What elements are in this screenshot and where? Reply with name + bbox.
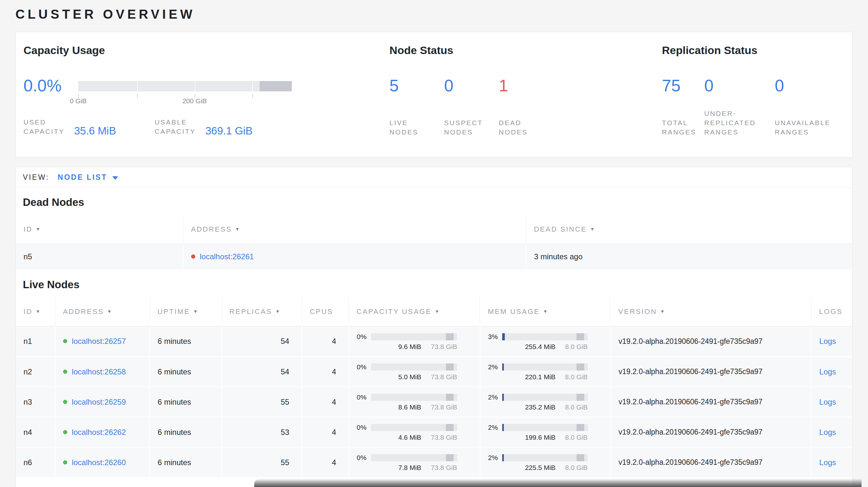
node-address-link[interactable]: localhost:26261	[200, 252, 254, 261]
column-header-capacity[interactable]: CAPACITY USAGE▼	[349, 297, 480, 326]
reserved-segment	[446, 394, 454, 401]
sort-descending-icon: ▼	[590, 226, 595, 232]
node-logs-cell: Logs	[811, 387, 852, 417]
column-header-id[interactable]: ID▼	[16, 297, 55, 326]
memory-used-segment	[502, 394, 504, 401]
node-logs-cell: Logs	[811, 357, 852, 387]
dead-nodes-label: DEAD NODES	[499, 118, 554, 137]
node-uptime-cell: 6 minutes	[150, 357, 222, 387]
node-address-link[interactable]: localhost:26258	[72, 367, 126, 376]
capacity-axis-label-zero: 0 GiB	[70, 97, 87, 105]
live-status-dot	[63, 369, 67, 374]
node-replicas-cell: 55	[222, 448, 302, 478]
memory-usage-bar	[502, 363, 588, 370]
logs-link[interactable]: Logs	[819, 458, 836, 467]
node-status-section: Node Status 5 LIVE NODES 0 SUSPECT NODES…	[390, 44, 662, 137]
dead-nodes-header-row: ID▼ADDRESS▼DEAD SINCE▼	[16, 215, 852, 244]
capacity-usage-bar	[371, 363, 457, 370]
live-node-row: n6localhost:262606 minutes5540%7.8 MiB73…	[16, 448, 852, 478]
column-header-address[interactable]: ADDRESS▼	[55, 297, 150, 326]
replication-stats: 75 TOTAL RANGES 0 UNDER- REPLICATED RANG…	[662, 77, 837, 137]
capacity-usage-gauge: 0.0% 0 GiB 200 GiB	[24, 77, 390, 94]
logs-link[interactable]: Logs	[819, 337, 836, 346]
capacity-used-value: 5.0 MiB	[398, 374, 421, 380]
live-status-dot	[63, 339, 67, 343]
node-address-link[interactable]: localhost:26262	[72, 428, 126, 436]
column-header-label: REPLICAS	[229, 307, 272, 316]
logs-link[interactable]: Logs	[819, 397, 836, 406]
column-header-address[interactable]: ADDRESS▼	[183, 215, 526, 244]
node-logs-cell: Logs	[811, 448, 852, 478]
column-header-label: VERSION	[618, 307, 657, 316]
used-capacity-stat: USED CAPACITY 35.6 MiB	[24, 118, 116, 136]
sort-descending-icon: ▼	[235, 226, 241, 232]
column-header-version[interactable]: VERSION▼	[611, 297, 811, 326]
window-bottom-shadow	[254, 479, 862, 487]
node-cpus-cell: 4	[302, 387, 349, 417]
memory-usage-bar	[502, 333, 588, 340]
memory-usage-percent: 2%	[488, 424, 502, 431]
memory-used-segment	[502, 363, 504, 370]
memory-total-value: 8.0 GiB	[565, 434, 588, 441]
memory-used-segment	[502, 454, 504, 461]
node-address-cell: localhost:26261	[183, 244, 526, 270]
node-version-cell: v19.2.0-alpha.20190606-2491-gfe735c9a97	[611, 448, 811, 478]
node-logs-cell: Logs	[811, 417, 852, 448]
capacity-bar-notch	[137, 81, 138, 91]
reserved-segment	[577, 363, 584, 370]
column-header-label: ADDRESS	[191, 225, 232, 233]
capacity-usage-bar	[371, 333, 457, 340]
column-header-label: UPTIME	[157, 307, 190, 316]
sort-descending-icon: ▼	[543, 309, 549, 314]
view-label: VIEW:	[23, 173, 49, 182]
capacity-usage-percent: 0%	[357, 363, 371, 371]
live-nodes-table: ID▼ADDRESS▼UPTIME▼REPLICAS▼CPUSCAPACITY …	[16, 297, 852, 478]
column-header-mem[interactable]: MEM USAGE▼	[480, 297, 611, 326]
node-version-cell: v19.2.0-alpha.20190606-2491-gfe735c9a97	[611, 326, 811, 357]
column-header-id[interactable]: ID▼	[16, 215, 183, 244]
capacity-usage-section: Capacity Usage 0.0% 0 GiB 200 GiB	[24, 44, 390, 137]
column-header-cpus: CPUS	[302, 297, 349, 326]
dead-status-dot	[191, 254, 195, 259]
column-header-label: ID	[24, 225, 32, 233]
unavailable-ranges-count: 0	[775, 77, 837, 94]
replication-status-section: Replication Status 75 TOTAL RANGES 0 UND…	[662, 44, 837, 137]
node-id-cell: n3	[16, 387, 55, 417]
live-nodes-header-row: ID▼ADDRESS▼UPTIME▼REPLICAS▼CPUSCAPACITY …	[16, 297, 852, 326]
view-selector-dropdown[interactable]: NODE LIST	[58, 173, 118, 182]
chevron-down-icon	[112, 176, 118, 180]
suspect-nodes-count: 0	[444, 77, 499, 94]
reserved-segment	[577, 454, 584, 461]
node-address-link[interactable]: localhost:26259	[72, 397, 126, 406]
node-address-link[interactable]: localhost:26257	[72, 337, 126, 346]
node-replicas-cell: 54	[222, 326, 302, 357]
column-header-replicas[interactable]: REPLICAS▼	[222, 297, 302, 326]
logs-link[interactable]: Logs	[819, 428, 836, 436]
memory-usage-percent: 2%	[488, 454, 502, 462]
column-header-uptime[interactable]: UPTIME▼	[150, 297, 222, 326]
node-replicas-cell: 54	[222, 357, 302, 387]
column-header-logs: LOGS	[811, 297, 852, 326]
capacity-used-value: 4.6 MiB	[398, 434, 421, 441]
memory-usage-percent: 3%	[488, 333, 502, 340]
usable-capacity-stat: USABLE CAPACITY 369.1 GiB	[155, 118, 253, 136]
node-address-cell: localhost:26260	[55, 448, 150, 478]
memory-used-value: 199.6 MiB	[525, 434, 556, 441]
node-cpus-cell: 4	[302, 326, 349, 357]
under-replicated-ranges-stat: 0 UNDER- REPLICATED RANGES	[704, 77, 775, 137]
column-header-dead_since[interactable]: DEAD SINCE▼	[526, 215, 852, 244]
memory-total-value: 8.0 GiB	[565, 374, 588, 380]
capacity-used-percent: 0.0%	[24, 77, 78, 94]
capacity-bar-notch	[252, 81, 253, 91]
node-id-cell: n6	[16, 448, 55, 478]
used-capacity-value: 35.6 MiB	[74, 125, 116, 136]
memory-used-value: 255.4 MiB	[525, 343, 556, 350]
capacity-total-value: 73.8 GiB	[431, 343, 457, 350]
logs-link[interactable]: Logs	[819, 367, 836, 376]
node-address-link[interactable]: localhost:26260	[72, 458, 126, 467]
capacity-total-value: 73.8 GiB	[431, 464, 457, 471]
sort-descending-icon: ▼	[36, 226, 41, 232]
capacity-usage-percent: 0%	[357, 393, 371, 401]
column-header-label: DEAD SINCE	[534, 225, 587, 233]
usable-capacity-value: 369.1 GiB	[205, 125, 253, 136]
